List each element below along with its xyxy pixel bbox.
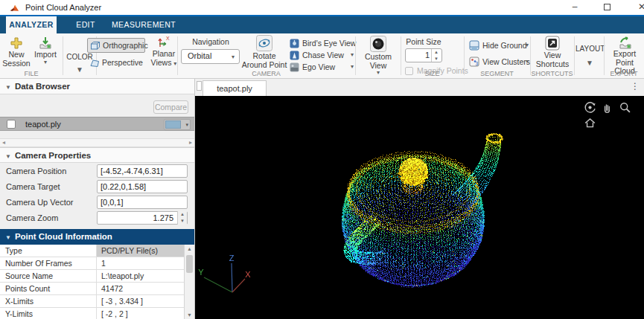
- data-browser-hscrollbar[interactable]: ◂ ▸: [0, 138, 194, 147]
- camera-position-input[interactable]: [-4.52,-4.74,6.31]: [97, 164, 188, 178]
- custom-view-button[interactable]: Custom View ▾: [357, 36, 400, 76]
- table-row-xlimits[interactable]: X-Limits [ -3 , 3.434 ]: [0, 295, 184, 308]
- teapot-checkbox[interactable]: [7, 120, 16, 129]
- left-panel: ▼Data Browser Compare teapot.ply ▾ ◂ ▸ ▼…: [0, 79, 195, 319]
- perspective-icon: [89, 58, 100, 68]
- point-size-label: Point Size: [404, 38, 444, 47]
- camera-zoom-label: Camera Zoom: [6, 213, 58, 222]
- camera-up-vector-label: Camera Up Vector: [6, 198, 73, 207]
- chase-view-button[interactable]: Chase View ▾: [290, 49, 355, 61]
- data-browser-collapse-icon[interactable]: ▼: [5, 84, 11, 91]
- section-label-segment: SEGMENT: [464, 70, 530, 77]
- camera-zoom-spinner[interactable]: ▲▼: [177, 211, 187, 225]
- data-browser-title: Data Browser: [15, 82, 70, 91]
- svg-text:3: 3: [476, 61, 479, 66]
- data-browser-header[interactable]: ▼Data Browser: [0, 79, 194, 94]
- view-clusters-icon: 3: [469, 57, 479, 67]
- row-points-label: Points Count: [0, 283, 97, 294]
- zoom-icon[interactable]: [619, 101, 631, 114]
- row-points-value: 41472: [97, 283, 184, 294]
- maximize-icon: [604, 4, 610, 10]
- row-frames-value: 1: [97, 257, 184, 269]
- vscroll-down-icon[interactable]: ▼: [185, 312, 194, 318]
- planar-views-button[interactable]: X Y Planar Views ▾: [148, 36, 179, 67]
- section-label-shortcuts: SHORTCUTS: [530, 70, 574, 77]
- svg-text:Y: Y: [162, 42, 165, 47]
- viewport-toolbar: [584, 101, 640, 115]
- tab-teapot-ply[interactable]: teapot.ply: [203, 80, 267, 96]
- section-label-export: EXPORT: [604, 70, 644, 77]
- tab-edit[interactable]: EDIT: [63, 16, 109, 33]
- camera-properties-collapse-icon[interactable]: ▼: [5, 153, 11, 160]
- row-type-value: PCD/PLY File(s): [97, 245, 184, 257]
- row-type-label: Type: [0, 245, 97, 257]
- rotate-around-point-button[interactable]: Rotate Around Point: [241, 35, 287, 69]
- point-size-value: 1: [425, 51, 430, 59]
- camera-up-vector-input[interactable]: [0,0,1]: [97, 196, 188, 209]
- close-button[interactable]: ✕: [628, 0, 644, 15]
- layout-label: LAYOUT: [576, 45, 604, 54]
- layout-button[interactable]: LAYOUT ▼: [576, 45, 604, 66]
- vscroll-up-icon[interactable]: ▲: [185, 246, 194, 251]
- orthographic-button[interactable]: Orthographic: [87, 38, 145, 53]
- viewport-kebab-menu-icon[interactable]: ⋮: [631, 81, 640, 91]
- axis-y-label: Y: [198, 268, 204, 277]
- panel-splitter-handle[interactable]: [197, 81, 202, 91]
- hscroll-left-icon[interactable]: ◂: [2, 139, 5, 146]
- point-cloud-information-collapse-icon[interactable]: ▼: [5, 234, 11, 241]
- table-row-type[interactable]: Type PCD/PLY File(s): [0, 245, 184, 257]
- navigation-dropdown[interactable]: Orbital ▾: [181, 49, 240, 64]
- point-size-spinner[interactable]: ▲▼: [431, 49, 441, 62]
- perspective-label: Perspective: [102, 58, 143, 67]
- viewport[interactable]: Z Y X: [195, 96, 644, 319]
- camera-target-input[interactable]: [0.22,0,1.58]: [97, 180, 188, 193]
- navigation-value: Orbital: [188, 51, 211, 60]
- rotate-around-point-label: Rotate Around Point: [241, 52, 287, 69]
- axis-triad: Z Y X: [198, 254, 256, 302]
- point-cloud-information-title: Point Cloud Information: [15, 232, 112, 241]
- import-button[interactable]: Import ▾: [31, 36, 60, 65]
- minimize-button[interactable]: –: [561, 0, 589, 15]
- table-row-points[interactable]: Points Count 41472: [0, 283, 184, 295]
- vscroll-thumb[interactable]: [186, 255, 193, 273]
- hide-ground-caret-icon: ▾: [526, 42, 529, 48]
- row-source-label: Source Name: [0, 270, 97, 282]
- import-label: Import: [31, 51, 60, 59]
- hide-ground-button[interactable]: Hide Ground ▾: [469, 39, 530, 51]
- data-browser-row-teapot[interactable]: teapot.ply ▾: [0, 117, 194, 131]
- point-cloud-information-header[interactable]: ▼Point Cloud Information: [0, 229, 194, 245]
- navigation-label: Navigation: [181, 38, 240, 47]
- rotate-around-point-icon: [256, 35, 272, 51]
- maximize-button[interactable]: [593, 0, 621, 15]
- table-vscrollbar[interactable]: ▲ ▼: [184, 245, 194, 319]
- table-row-ylimits[interactable]: Y-Limits [ -2 , 2 ]: [0, 308, 184, 319]
- camera-properties-header[interactable]: ▼Camera Properties: [0, 147, 194, 163]
- row-frames-label: Number Of Frames: [0, 257, 97, 269]
- point-cloud-canvas[interactable]: [195, 96, 644, 319]
- camera-zoom-input[interactable]: 1.275: [97, 211, 188, 225]
- teapot-color-button[interactable]: ▾: [164, 119, 191, 130]
- camera-up-vector-row: Camera Up Vector [0,0,1]: [0, 195, 194, 210]
- home-icon[interactable]: [584, 117, 596, 129]
- point-size-input[interactable]: 1 ▲▼: [405, 48, 442, 62]
- hscroll-right-icon[interactable]: ▸: [189, 139, 192, 146]
- view-shortcuts-button[interactable]: View Shortcuts: [533, 36, 572, 68]
- compare-button[interactable]: Compare: [153, 100, 188, 114]
- ego-view-caret-icon: ▾: [351, 64, 354, 70]
- chase-view-label: Chase View: [302, 51, 344, 59]
- rotate-3d-icon[interactable]: [584, 101, 596, 114]
- view-clusters-button[interactable]: 3 View Clusters ▾: [469, 56, 530, 68]
- hide-ground-icon: [469, 40, 479, 51]
- camera-properties-title: Camera Properties: [15, 151, 91, 160]
- new-session-button[interactable]: New Session: [1, 36, 31, 68]
- viewport-tab-bar: teapot.ply ⋮: [195, 79, 644, 96]
- table-row-source[interactable]: Source Name L:\teapot.ply: [0, 270, 184, 283]
- row-xlimits-value: [ -3 , 3.434 ]: [97, 295, 184, 307]
- pan-icon[interactable]: [601, 101, 613, 114]
- birds-eye-view-button[interactable]: Bird's Eye View: [290, 37, 355, 49]
- table-row-frames[interactable]: Number Of Frames 1: [0, 257, 184, 270]
- tab-analyzer[interactable]: ANALYZER: [6, 16, 57, 33]
- row-ylimits-label: Y-Limits: [0, 308, 97, 319]
- tab-measurement[interactable]: MEASUREMENT: [109, 16, 179, 33]
- perspective-button[interactable]: Perspective: [89, 56, 147, 69]
